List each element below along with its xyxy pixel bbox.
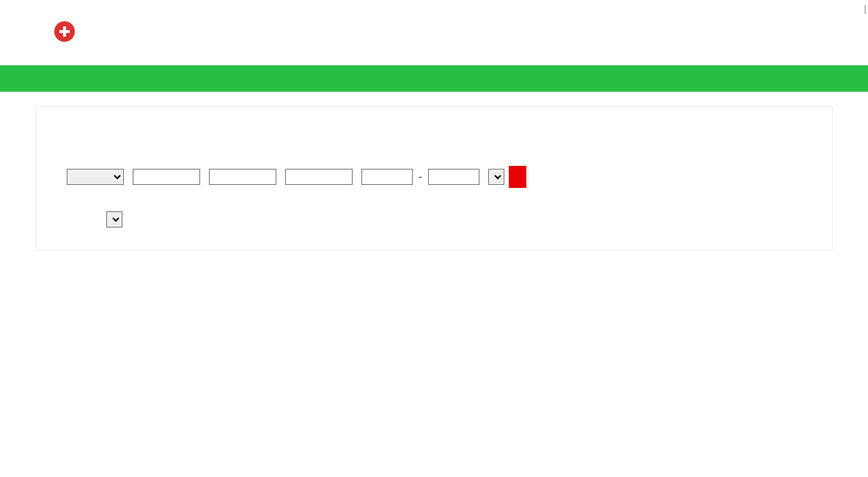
page-card: - xyxy=(35,106,833,250)
date-from-input[interactable] xyxy=(361,169,413,185)
main-nav xyxy=(0,65,868,92)
dept-select[interactable] xyxy=(67,169,124,185)
period-select[interactable] xyxy=(488,169,504,185)
code-input[interactable] xyxy=(285,169,353,185)
doctor-name-input[interactable] xyxy=(209,169,276,185)
hospital-cross-icon xyxy=(54,21,75,42)
filter-bar: - xyxy=(62,166,806,188)
date-to-input[interactable] xyxy=(428,169,479,185)
top-links: | xyxy=(0,0,868,14)
header xyxy=(0,14,868,65)
pager xyxy=(62,211,806,227)
logo xyxy=(51,21,78,55)
date-sep: - xyxy=(419,171,422,183)
doctor-no-input[interactable] xyxy=(133,169,200,185)
search-button[interactable] xyxy=(509,166,526,188)
pager-jump-select[interactable] xyxy=(106,211,122,227)
sep: | xyxy=(864,3,867,14)
